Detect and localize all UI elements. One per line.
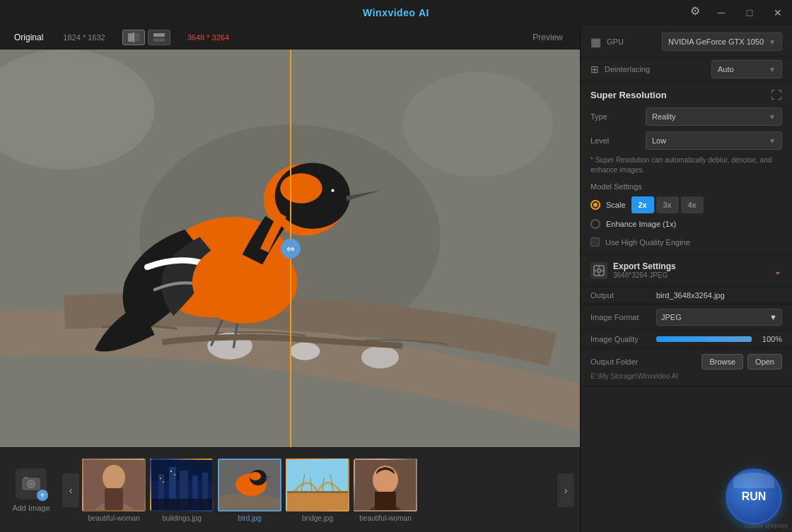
- super-resolution-section: Super Resolution ⛶ Type Reality ▼ Level …: [581, 82, 792, 254]
- level-label: Level: [590, 136, 640, 145]
- thumb-image-1: [150, 459, 214, 512]
- thumbnail-item-2[interactable]: bird.jpg: [218, 459, 281, 522]
- image-viewer[interactable]: ⇔: [0, 49, 580, 447]
- svg-rect-27: [105, 488, 123, 510]
- svg-point-16: [327, 187, 336, 196]
- app-title: Winxvideo AI: [363, 7, 429, 18]
- svg-rect-3: [153, 33, 165, 37]
- minimize-button[interactable]: ─: [707, 0, 735, 25]
- type-value: Reality: [652, 112, 676, 121]
- tab-original[interactable]: Original: [8, 30, 49, 45]
- split-divider[interactable]: ⇔: [290, 49, 291, 447]
- export-settings-header[interactable]: Export Settings 3648*3264 JPEG ⌄: [581, 254, 792, 287]
- scale-radio[interactable]: [590, 200, 600, 210]
- export-subtitle: 3648*3264 JPEG: [613, 271, 768, 279]
- svg-point-15: [280, 173, 322, 203]
- svg-point-23: [29, 482, 33, 486]
- output-dimensions: 3648 * 3264: [187, 33, 229, 42]
- svg-rect-46: [287, 491, 348, 493]
- maximize-button[interactable]: □: [735, 0, 764, 25]
- high-quality-checkbox[interactable]: [590, 237, 600, 247]
- export-title: Export Settings: [613, 261, 768, 271]
- image-format-select[interactable]: JPEG ▼: [656, 309, 782, 326]
- image-quality-label: Image Quality: [590, 335, 651, 343]
- thumbnail-strip: Add Image ‹ beautiful-woman: [0, 447, 580, 532]
- export-expand-icon: ⌄: [774, 265, 782, 276]
- image-quality-slider[interactable]: [656, 336, 752, 342]
- close-button[interactable]: ✕: [764, 0, 792, 25]
- thumb-prev-button[interactable]: ‹: [62, 473, 79, 507]
- preview-label: Preview: [532, 32, 563, 42]
- type-label: Type: [590, 112, 640, 121]
- svg-rect-1: [134, 33, 139, 42]
- output-folder-label: Output Folder: [590, 357, 638, 366]
- svg-rect-45: [287, 492, 348, 510]
- output-value: bird_3648x3264.jpg: [656, 291, 782, 300]
- scale-row: Scale 2x 3x 4x: [590, 196, 782, 213]
- level-row: Level Low ▼: [590, 131, 782, 150]
- titlebar: Winxvideo AI ⚙ ─ □ ✕: [0, 0, 792, 25]
- high-quality-label: Use High Quality Engine: [605, 238, 690, 247]
- input-dimensions: 1824 * 1632: [63, 33, 105, 42]
- image-format-arrow: ▼: [769, 313, 777, 321]
- enhance-radio[interactable]: [590, 219, 600, 229]
- thumb-image-0: [82, 459, 146, 512]
- image-quality-value: 100%: [757, 335, 782, 343]
- level-select[interactable]: Low ▼: [646, 131, 782, 150]
- thumbnail-item-4[interactable]: beautiful-woman: [354, 459, 417, 522]
- browse-button[interactable]: Browse: [701, 354, 743, 370]
- level-arrow: ▼: [769, 137, 776, 145]
- super-resolution-expand-icon[interactable]: ⛶: [771, 89, 782, 102]
- svg-rect-38: [174, 474, 175, 475]
- app-title-text: Winxvideo: [363, 7, 415, 18]
- svg-point-10: [290, 342, 320, 360]
- split-view-btn-2[interactable]: [148, 30, 170, 45]
- output-row: Output bird_3648x3264.jpg: [581, 287, 792, 305]
- svg-rect-37: [170, 471, 172, 472]
- export-header-text: Export Settings 3648*3264 JPEG: [613, 261, 768, 279]
- thumb-name-1: buildings.jpg: [162, 514, 202, 522]
- enhance-label: Enhance Image (1x): [606, 220, 676, 228]
- folder-buttons: Browse Open: [701, 354, 782, 370]
- svg-rect-0: [128, 33, 133, 42]
- type-select[interactable]: Reality ▼: [646, 107, 782, 126]
- thumbnail-item-1[interactable]: buildings.jpg: [150, 459, 214, 522]
- split-view-btn-1[interactable]: [122, 30, 145, 45]
- image-format-value: JPEG: [661, 313, 682, 321]
- open-button[interactable]: Open: [747, 354, 782, 370]
- thumb-next-button[interactable]: ›: [557, 473, 574, 507]
- svg-point-17: [331, 189, 334, 192]
- settings-button[interactable]: ⚙: [690, 4, 700, 18]
- high-quality-row: Use High Quality Engine: [590, 237, 782, 247]
- scale-3x-button[interactable]: 3x: [656, 196, 679, 213]
- svg-rect-36: [163, 481, 164, 483]
- scale-2x-button[interactable]: 2x: [631, 196, 654, 213]
- deinterlacing-value: Auto: [718, 65, 734, 73]
- app-title-accent: AI: [419, 7, 429, 18]
- gpu-select[interactable]: NVIDIA GeForce GTX 1050 ▼: [662, 32, 782, 51]
- run-button[interactable]: RUN: [726, 468, 782, 525]
- gpu-icon: ▦: [590, 35, 601, 49]
- type-arrow: ▼: [769, 113, 776, 121]
- quality-fill: [656, 336, 752, 342]
- level-value: Low: [652, 136, 666, 145]
- image-format-row: Image Format JPEG ▼: [581, 305, 792, 331]
- split-handle[interactable]: ⇔: [281, 239, 301, 259]
- deinterlacing-select[interactable]: Auto ▼: [711, 60, 782, 78]
- thumb-name-4: beautiful-woman: [359, 514, 411, 522]
- thumbnail-item-3[interactable]: bridge.jpg: [286, 459, 349, 522]
- thumbnail-item-0[interactable]: beautiful-woman: [82, 459, 146, 522]
- scale-buttons: 2x 3x 4x: [631, 196, 704, 213]
- add-image-button[interactable]: Add Image: [3, 455, 59, 526]
- deinterlacing-arrow: ▼: [769, 66, 776, 73]
- add-icon: [16, 468, 47, 500]
- svg-point-43: [250, 472, 261, 480]
- output-folder-section: Output Folder Browse Open E:\My Storage\…: [581, 348, 792, 386]
- watermark: CSDN @irpwpj: [745, 522, 788, 529]
- thumb-image-4: [354, 459, 417, 512]
- svg-point-11: [361, 346, 399, 369]
- scale-4x-button[interactable]: 4x: [681, 196, 704, 213]
- image-quality-row: Image Quality 100%: [581, 331, 792, 348]
- deinterlacing-icon: ⊞: [590, 64, 599, 75]
- window-controls: ─ □ ✕: [707, 0, 792, 25]
